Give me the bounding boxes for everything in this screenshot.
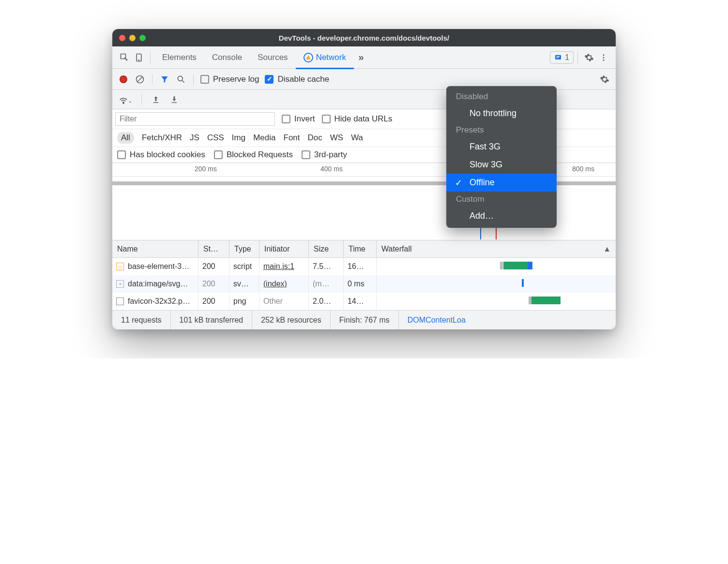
filter-fetch-xhr[interactable]: Fetch/XHR: [142, 133, 182, 143]
cell-initiator: main.js:1: [259, 258, 309, 275]
cell-name: data:image/svg…: [112, 275, 198, 293]
disable-cache-checkbox[interactable]: Disable cache: [265, 74, 329, 84]
cell-size: 7.5…: [309, 258, 344, 275]
status-dcl[interactable]: DOMContentLoa: [399, 311, 474, 329]
tab-sources[interactable]: Sources: [250, 46, 295, 69]
disable-cache-label: Disable cache: [277, 74, 329, 84]
search-icon[interactable]: [176, 74, 186, 85]
col-time[interactable]: Time: [344, 240, 377, 257]
filter-font[interactable]: Font: [284, 133, 300, 143]
separator: [150, 52, 151, 63]
more-tabs-icon[interactable]: »: [354, 50, 368, 65]
svg-point-6: [603, 59, 605, 60]
blocked-requests-label: Blocked Requests: [227, 150, 293, 160]
filter-all[interactable]: All: [117, 132, 134, 144]
kebab-menu-icon[interactable]: [596, 50, 611, 65]
throttling-fast-3g[interactable]: Fast 3G: [446, 138, 557, 156]
download-icon[interactable]: [169, 94, 180, 105]
throttling-no-throttling[interactable]: No throttling: [446, 104, 557, 122]
table-row[interactable]: favicon-32x32.p… 200 png Other 2.0… 14…: [112, 293, 616, 310]
blocked-cookies-checkbox[interactable]: Has blocked cookies: [117, 150, 205, 160]
separator: [141, 94, 142, 105]
warning-badge-icon: [303, 53, 313, 62]
col-status[interactable]: St…: [198, 240, 229, 257]
table-row[interactable]: base-element-3… 200 script main.js:1 7.5…: [112, 258, 616, 275]
status-resources: 252 kB resources: [252, 311, 331, 329]
cell-time: 16…: [344, 258, 377, 275]
throttling-slow-3g[interactable]: Slow 3G: [446, 156, 557, 174]
clear-button-icon[interactable]: [135, 74, 145, 85]
image-resource-icon: [116, 297, 124, 305]
filter-wasm[interactable]: Wa: [351, 133, 363, 143]
preserve-log-label: Preserve log: [213, 74, 259, 84]
devtools-window: DevTools - developer.chrome.com/docs/dev…: [112, 29, 616, 329]
preserve-log-checkbox[interactable]: Preserve log: [200, 74, 259, 84]
cell-waterfall: [377, 258, 616, 275]
cell-type: png: [229, 293, 259, 310]
invert-checkbox[interactable]: Invert: [282, 114, 315, 124]
window-title: DevTools - developer.chrome.com/docs/dev…: [112, 34, 616, 42]
checkbox-icon: [117, 150, 126, 159]
issues-count: 1: [565, 53, 569, 62]
invert-label: Invert: [294, 114, 315, 124]
timeline-tick: 200 ms: [195, 165, 217, 173]
filter-img[interactable]: Img: [232, 133, 245, 143]
waterfall-bar: [528, 262, 532, 269]
table-row[interactable]: data:image/svg… 200 sv… (index) (m… 0 ms: [112, 275, 616, 293]
filter-doc[interactable]: Doc: [308, 133, 322, 143]
svg-point-12: [130, 101, 131, 103]
cell-status: 200: [198, 293, 229, 310]
tab-network[interactable]: Network: [296, 46, 354, 69]
col-waterfall[interactable]: Waterfall ▲: [377, 240, 616, 257]
hide-data-urls-checkbox[interactable]: Hide data URLs: [322, 114, 393, 124]
record-button[interactable]: [118, 74, 129, 85]
filter-input[interactable]: [115, 112, 275, 126]
cell-name: base-element-3…: [112, 258, 198, 275]
issues-badge[interactable]: 1: [550, 51, 574, 64]
request-grid-body: base-element-3… 200 script main.js:1 7.5…: [112, 258, 616, 310]
cell-waterfall: [377, 293, 616, 310]
network-conditions-icon[interactable]: [118, 94, 133, 105]
waterfall-bar: [503, 262, 528, 269]
device-toggle-icon[interactable]: [132, 50, 146, 65]
cell-initiator: (index): [259, 275, 309, 293]
status-finish: Finish: 767 ms: [331, 311, 399, 329]
settings-gear-icon[interactable]: [582, 50, 596, 65]
svg-point-9: [178, 76, 182, 81]
filter-ws[interactable]: WS: [330, 133, 343, 143]
cell-status: 200: [198, 275, 229, 293]
col-name[interactable]: Name: [112, 240, 198, 257]
checkbox-checked-icon: [265, 75, 273, 84]
throttling-add[interactable]: Add…: [446, 207, 557, 225]
tab-elements[interactable]: Elements: [154, 46, 204, 69]
waterfall-bar: [522, 279, 524, 287]
inspect-element-icon[interactable]: [117, 50, 132, 65]
tab-console[interactable]: Console: [204, 46, 250, 69]
status-bar: 11 requests 101 kB transferred 252 kB re…: [112, 310, 616, 329]
timeline-tick: 400 ms: [320, 165, 343, 173]
cell-status: 200: [198, 258, 229, 275]
sort-ascending-icon: ▲: [603, 245, 611, 253]
separator: [193, 74, 194, 85]
col-type[interactable]: Type: [229, 240, 259, 257]
blocked-cookies-label: Has blocked cookies: [130, 150, 205, 160]
cell-name: favicon-32x32.p…: [112, 293, 198, 310]
cell-type: sv…: [229, 275, 259, 293]
col-waterfall-label: Waterfall: [381, 245, 412, 253]
third-party-checkbox[interactable]: 3rd-party: [302, 150, 347, 160]
checkbox-icon: [282, 115, 290, 123]
blocked-requests-checkbox[interactable]: Blocked Requests: [214, 150, 293, 160]
throttling-offline[interactable]: Offline: [446, 174, 557, 192]
filter-media[interactable]: Media: [253, 133, 275, 143]
cell-waterfall: [377, 275, 616, 293]
svg-point-4: [603, 54, 605, 56]
filter-js[interactable]: JS: [190, 133, 199, 143]
filter-funnel-icon[interactable]: [159, 74, 170, 85]
col-size[interactable]: Size: [309, 240, 344, 257]
status-requests: 11 requests: [112, 311, 171, 329]
request-grid-header: Name St… Type Initiator Size Time Waterf…: [112, 240, 616, 258]
filter-css[interactable]: CSS: [207, 133, 224, 143]
upload-icon[interactable]: [151, 94, 161, 105]
col-initiator[interactable]: Initiator: [259, 240, 309, 257]
panel-settings-gear-icon[interactable]: [599, 74, 610, 85]
